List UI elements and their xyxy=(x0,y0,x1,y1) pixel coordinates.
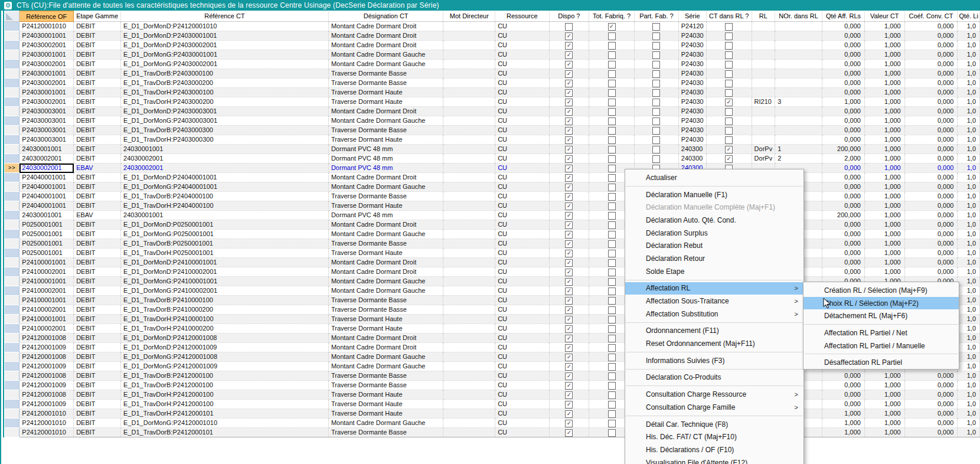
cell-coef-conv-ct[interactable]: 0,000 xyxy=(904,107,958,116)
row-header[interactable] xyxy=(5,409,19,419)
table-row[interactable]: P24040001001DEBITE_D1_DorMonD:P240400010… xyxy=(5,173,980,182)
cell-qte-li[interactable]: 1,0 xyxy=(958,324,980,334)
dispo-checkbox[interactable]: ✓ xyxy=(565,382,573,390)
cell-etape-gamme[interactable]: DEBIT xyxy=(74,305,121,315)
tot-fabriq-checkbox[interactable] xyxy=(608,202,616,210)
cell-reference-of[interactable]: P24040001001 xyxy=(19,192,74,201)
cell-qte-aff-rls[interactable]: 0,000 xyxy=(822,126,865,135)
tot-fabriq-checkbox[interactable] xyxy=(608,401,616,409)
part-fab-checkbox[interactable] xyxy=(652,127,660,135)
cell-etape-gamme[interactable]: DEBIT xyxy=(74,116,121,126)
cell-etape-gamme[interactable]: DEBIT xyxy=(74,249,121,258)
dispo-checkbox[interactable]: ✓ xyxy=(565,372,573,380)
cell-designation-ct[interactable]: Traverse Dormant Haute xyxy=(328,249,443,258)
dispo-checkbox[interactable]: ✓ xyxy=(565,344,573,352)
cell-qte-aff-rls[interactable]: 0,000 xyxy=(822,79,865,88)
part-fab-checkbox[interactable] xyxy=(652,23,660,31)
cell-etape-gamme[interactable]: DEBIT xyxy=(74,107,121,116)
cell-coef-conv-ct[interactable]: 0,000 xyxy=(904,164,958,173)
cell-mot-directeur[interactable] xyxy=(443,296,495,305)
cell-reference-of[interactable]: P24120001008 xyxy=(19,390,74,400)
cell-etape-gamme[interactable]: DEBIT xyxy=(74,286,121,296)
cell-coef-conv-ct[interactable]: 0,000 xyxy=(904,88,958,97)
cell-etape-gamme[interactable]: DEBIT xyxy=(74,371,121,381)
table-row[interactable]: P24030003001DEBITE_D1_DorMonG:P240300030… xyxy=(5,116,980,126)
table-row[interactable]: P0250001001DEBITE_D1_TravDorB:P025000100… xyxy=(5,239,980,249)
part-fab-checkbox[interactable] xyxy=(652,61,660,68)
cell-nor-dans-rl[interactable]: 1 xyxy=(775,145,822,154)
part-fab-checkbox[interactable] xyxy=(652,42,660,50)
cell-mot-directeur[interactable] xyxy=(443,220,495,230)
cell-reference-ct[interactable]: 24030002001 xyxy=(121,164,329,173)
part-fab-checkbox[interactable] xyxy=(652,117,660,125)
cell-coef-conv-ct[interactable]: 0,000 xyxy=(904,258,958,267)
cell-qte-li[interactable]: 1,0 xyxy=(958,154,980,164)
ct-dans-rl-checkbox[interactable]: ✓ xyxy=(725,146,733,153)
cell-valeur-ct[interactable]: 1,000 xyxy=(864,88,904,97)
cell-valeur-ct[interactable]: 1,000 xyxy=(864,31,904,41)
dispo-checkbox[interactable]: ✓ xyxy=(565,42,573,50)
cell-qte-li[interactable]: 1,0 xyxy=(958,145,980,154)
cell-mot-directeur[interactable] xyxy=(443,135,495,145)
table-row[interactable]: P24120001009DEBITE_D1_TravDorH:P24120001… xyxy=(5,400,980,409)
tot-fabriq-checkbox[interactable] xyxy=(608,99,616,106)
dispo-checkbox[interactable]: ✓ xyxy=(565,165,573,172)
cell-reference-ct[interactable]: E_D1_DorMonG:P24120001009 xyxy=(121,362,329,371)
cell-reference-of[interactable]: P24100001001 xyxy=(19,277,74,286)
ct-dans-rl-checkbox[interactable] xyxy=(725,61,733,68)
tot-fabriq-checkbox[interactable] xyxy=(608,363,616,371)
cell-coef-conv-ct[interactable]: 0,000 xyxy=(904,192,958,201)
dispo-checkbox[interactable]: ✓ xyxy=(565,117,573,125)
row-header[interactable] xyxy=(5,390,19,400)
tot-fabriq-checkbox[interactable] xyxy=(608,335,616,342)
row-header[interactable]: >> xyxy=(5,164,19,173)
cell-qte-li[interactable]: 1,0 xyxy=(958,50,980,60)
cell-etape-gamme[interactable]: DEBIT xyxy=(74,315,121,324)
cell-reference-of[interactable]: P24030002001 xyxy=(19,60,74,69)
cell-reference-of[interactable]: P24030003001 xyxy=(19,126,74,135)
cell-mot-directeur[interactable] xyxy=(443,409,495,419)
menu-item[interactable]: His. Déc. FAT/ CT (Maj+F10) xyxy=(625,430,803,443)
cell-ressource[interactable]: CU xyxy=(495,277,549,286)
cell-qte-li[interactable]: 1,0 xyxy=(958,267,980,277)
cell-etape-gamme[interactable]: DEBIT xyxy=(74,22,121,31)
cell-nor-dans-rl[interactable] xyxy=(775,41,822,50)
cell-qte-li[interactable]: 1,0 xyxy=(958,315,980,324)
cell-reference-ct[interactable]: E_D1_DorMonG:P24100002001 xyxy=(121,286,329,296)
cell-qte-li[interactable]: 1,0 xyxy=(958,352,980,362)
cell-reference-of[interactable]: P24030001001 xyxy=(19,50,74,60)
cell-rl[interactable] xyxy=(752,50,775,60)
cell-reference-of[interactable]: P24100002001 xyxy=(19,267,74,277)
cell-ressource[interactable]: CU xyxy=(495,97,549,107)
cell-ressource[interactable]: CU xyxy=(495,79,549,88)
cell-reference-ct[interactable]: E_D1_TravDorB:P2412000100 xyxy=(121,371,329,381)
cell-ressource[interactable]: CU xyxy=(495,305,549,315)
cell-designation-ct[interactable]: Traverse Dormant Haute xyxy=(328,400,443,409)
row-header[interactable] xyxy=(5,41,19,50)
cell-serie[interactable]: P24030 xyxy=(678,97,706,107)
table-row[interactable]: P0250001001DEBITE_D1_DorMonD:P0250001001… xyxy=(5,220,980,230)
cell-qte-li[interactable]: 1,0 xyxy=(958,381,980,390)
cell-reference-ct[interactable]: E_D1_TravDorH:P2403000200 xyxy=(121,97,329,107)
dispo-checkbox[interactable]: ✓ xyxy=(565,221,573,229)
cell-etape-gamme[interactable]: DEBIT xyxy=(74,362,121,371)
cell-qte-li[interactable]: 1,0 xyxy=(958,88,980,97)
tot-fabriq-checkbox[interactable] xyxy=(608,221,616,229)
dispo-checkbox[interactable]: ✓ xyxy=(565,193,573,201)
cell-qte-li[interactable]: 1,0 xyxy=(958,116,980,126)
dispo-checkbox[interactable]: ✓ xyxy=(565,146,573,153)
cell-reference-ct[interactable]: E_D1_DorMonG:P24100001001 xyxy=(121,277,329,286)
row-header[interactable] xyxy=(5,343,19,352)
cell-coef-conv-ct[interactable]: 0,000 xyxy=(904,400,958,409)
cell-designation-ct[interactable]: Traverse Dormant Haute xyxy=(328,201,443,211)
col-header-qte_aff_rls[interactable]: Qté Aff. RLs xyxy=(822,11,865,22)
cell-mot-directeur[interactable] xyxy=(443,97,495,107)
cell-qte-li[interactable]: 1,0 xyxy=(958,173,980,182)
cell-rl[interactable] xyxy=(752,31,775,41)
dispo-checkbox[interactable]: ✓ xyxy=(565,231,573,238)
cell-valeur-ct[interactable]: 1,000 xyxy=(864,400,904,409)
cell-designation-ct[interactable]: Traverse Dormante Basse xyxy=(328,79,443,88)
cell-mot-directeur[interactable] xyxy=(443,145,495,154)
dispo-checkbox[interactable]: ✓ xyxy=(565,89,573,97)
tot-fabriq-checkbox[interactable] xyxy=(608,42,616,50)
